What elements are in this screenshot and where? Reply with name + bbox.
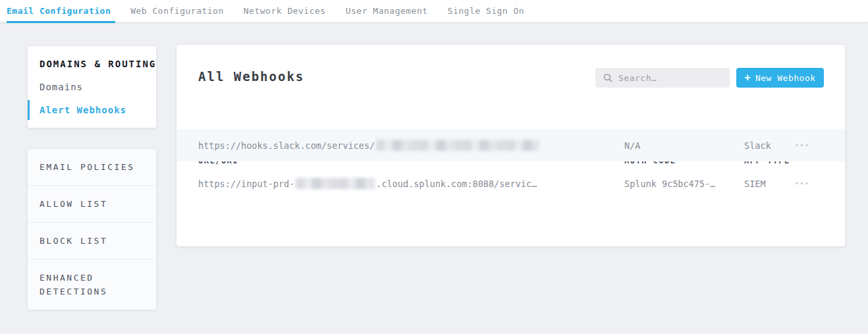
tab-network-devices[interactable]: Network Devices	[234, 0, 336, 22]
webhook-url-suffix: .cloud.splunk.com:8088/servic…	[376, 179, 537, 189]
auth-code-cell: Splunk 9c5bc475-…	[624, 179, 715, 189]
webhook-url-cell: https://hooks.slack.com/services/	[198, 140, 539, 151]
sidebar-item-domains[interactable]: Domains	[28, 80, 156, 94]
redacted-url-segment	[296, 178, 375, 189]
row-actions-ellipsis-icon[interactable]: •••	[789, 141, 815, 150]
table-row: https://input-prd- .cloud.splunk.com:808…	[176, 167, 845, 200]
search-input[interactable]	[618, 73, 717, 83]
tab-user-management[interactable]: User Management	[336, 0, 438, 22]
sidebar-item-allow-list[interactable]: ALLOW LIST	[28, 186, 156, 223]
domains-routing-card: DOMAINS & ROUTING Domains Alert Webhooks	[28, 46, 156, 128]
app-type-cell: SIEM	[744, 179, 766, 189]
auth-code-cell: N/A	[624, 140, 640, 151]
search-box[interactable]	[595, 68, 730, 88]
new-webhook-button[interactable]: + New Webhook	[736, 68, 824, 88]
tab-email-configuration[interactable]: Email Configuration	[7, 0, 121, 22]
sidebar-item-email-policies[interactable]: EMAIL POLICIES	[28, 149, 156, 186]
sidebar-item-alert-webhooks[interactable]: Alert Webhooks	[28, 103, 156, 117]
sidebar-item-enhanced-detections[interactable]: ENHANCED DETECTIONS	[28, 260, 156, 310]
page-title: All Webhooks	[198, 69, 304, 84]
webhook-url-prefix: https://hooks.slack.com/services/	[198, 140, 375, 151]
tab-single-sign-on[interactable]: Single Sign On	[438, 0, 535, 22]
all-webhooks-panel: All Webhooks + New Webhook URL/URI AUTH …	[176, 45, 845, 246]
plus-icon: +	[744, 73, 751, 83]
table-row: https://hooks.slack.com/services/ N/A Sl…	[176, 129, 845, 161]
domains-routing-header: DOMAINS & ROUTING	[28, 57, 156, 71]
row-actions-ellipsis-icon[interactable]: •••	[789, 179, 815, 188]
top-tab-bar: Email Configuration Web Configuration Ne…	[0, 0, 868, 22]
webhook-url-prefix: https://input-prd-	[198, 179, 294, 189]
redacted-url-segment	[376, 140, 539, 151]
search-icon	[603, 73, 612, 82]
sidebar-sections-card: EMAIL POLICIES ALLOW LIST BLOCK LIST ENH…	[28, 149, 156, 310]
new-webhook-button-label: New Webhook	[755, 73, 816, 83]
webhook-url-cell: https://input-prd- .cloud.splunk.com:808…	[198, 178, 537, 189]
app-type-cell: Slack	[744, 140, 771, 151]
sidebar-item-block-list[interactable]: BLOCK LIST	[28, 223, 156, 260]
tab-web-configuration[interactable]: Web Configuration	[121, 0, 234, 22]
